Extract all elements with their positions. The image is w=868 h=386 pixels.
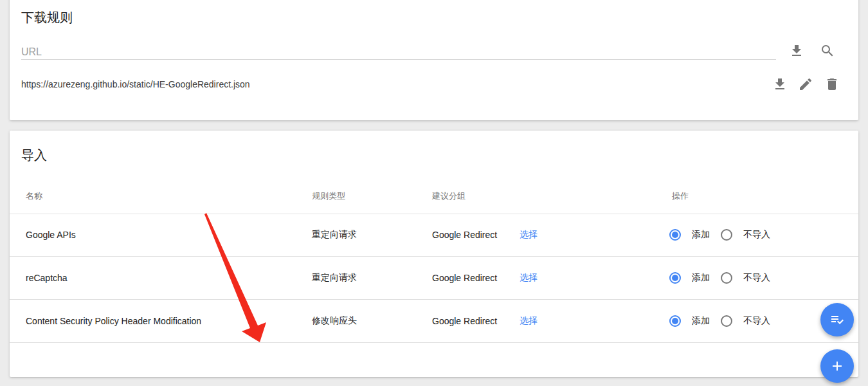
radio-skip-icon [721, 272, 732, 284]
suggested-group: Google Redirect [432, 316, 497, 326]
delete-saved-url-button[interactable] [824, 77, 840, 92]
download-icon [772, 77, 788, 92]
search-icon [820, 43, 835, 59]
table-row: Content Security Policy Header Modificat… [10, 300, 858, 342]
edit-saved-url-button[interactable] [798, 77, 813, 92]
radio-option-skip[interactable]: 不导入 [721, 229, 770, 241]
suggested-group: Google Redirect [432, 230, 497, 240]
radio-skip-label: 不导入 [743, 272, 770, 284]
download-saved-url-button[interactable] [772, 77, 788, 92]
header-name: 名称 [26, 190, 42, 202]
rule-type: 重定向请求 [312, 272, 357, 284]
rule-type: 重定向请求 [312, 229, 357, 241]
radio-option-add[interactable]: 添加 [669, 315, 710, 327]
batch-select-fab[interactable] [820, 303, 854, 336]
add-rule-fab[interactable] [820, 349, 854, 383]
plus-icon [829, 358, 845, 374]
download-url-button[interactable] [789, 43, 804, 59]
header-suggested-group: 建议分组 [432, 190, 466, 202]
select-group-link[interactable]: 选择 [520, 272, 538, 284]
url-input[interactable] [21, 44, 776, 60]
saved-rule-url: https://azurezeng.github.io/static/HE-Go… [21, 79, 250, 89]
radio-skip-icon [721, 315, 732, 327]
import-card: 导入 名称 规则类型 建议分组 操作 Google APIs 重定向请求 Goo… [10, 131, 858, 377]
download-icon [789, 43, 804, 59]
rule-name: Google APIs [26, 230, 76, 240]
radio-add-label: 添加 [692, 315, 710, 327]
download-rules-title: 下载规则 [21, 8, 73, 26]
app-screen: 下载规则 https://azurezeng.github.io/static/… [0, 0, 868, 386]
radio-skip-icon [721, 229, 732, 241]
table-row: Google APIs 重定向请求 Google Redirect 选择 添加 … [10, 214, 858, 257]
radio-add-label: 添加 [692, 272, 710, 284]
rule-type: 修改响应头 [312, 315, 357, 327]
select-group-link[interactable]: 选择 [520, 315, 538, 327]
import-footer: 保存至 未分组 选择 建议分组 保存 取消 [10, 342, 858, 377]
select-group-link[interactable]: 选择 [520, 229, 538, 241]
trash-icon [824, 77, 840, 92]
rule-name: Content Security Policy Header Modificat… [26, 316, 201, 326]
download-rules-card: 下载规则 https://azurezeng.github.io/static/… [10, 0, 858, 120]
import-title: 导入 [21, 146, 47, 164]
radio-skip-label: 不导入 [743, 229, 770, 241]
radio-option-add[interactable]: 添加 [669, 272, 710, 284]
radio-add-icon [669, 229, 681, 241]
edit-pencil-icon [798, 77, 813, 92]
radio-add-label: 添加 [692, 229, 710, 241]
rule-name: reCaptcha [26, 273, 68, 283]
table-row: reCaptcha 重定向请求 Google Redirect 选择 添加 不导… [10, 257, 858, 300]
radio-option-skip[interactable]: 不导入 [721, 315, 770, 327]
radio-add-icon [669, 272, 681, 284]
header-action: 操作 [672, 190, 689, 202]
search-rules-button[interactable] [820, 43, 835, 59]
suggested-group: Google Redirect [432, 273, 497, 283]
radio-add-icon [669, 315, 681, 327]
playlist-check-icon [829, 312, 845, 327]
header-rule-type: 规则类型 [312, 190, 345, 202]
radio-option-add[interactable]: 添加 [669, 229, 710, 241]
radio-option-skip[interactable]: 不导入 [721, 272, 770, 284]
radio-skip-label: 不导入 [743, 315, 770, 327]
